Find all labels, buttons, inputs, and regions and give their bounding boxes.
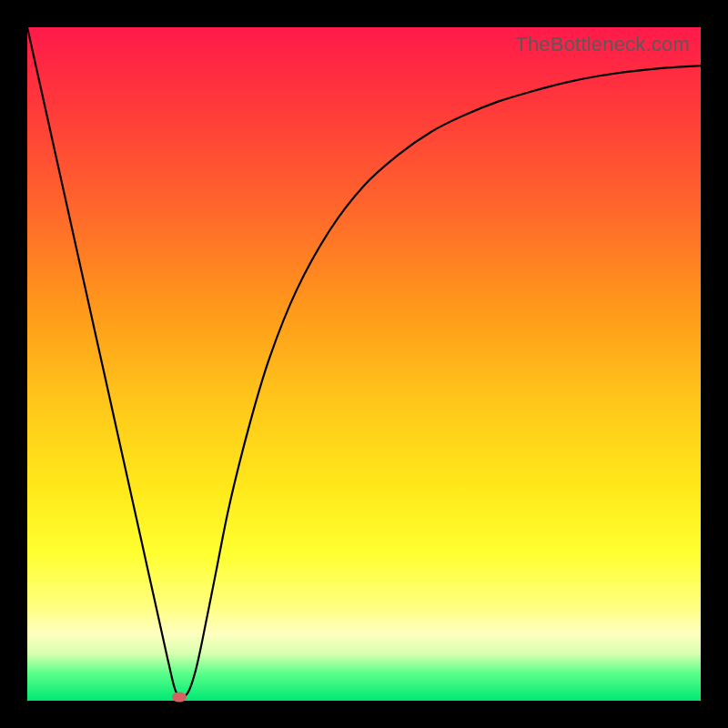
bottleneck-curve [27,27,701,701]
chart-frame: TheBottleneck.com [0,0,728,728]
plot-area: TheBottleneck.com [27,27,701,701]
optimal-point-marker [172,693,187,703]
